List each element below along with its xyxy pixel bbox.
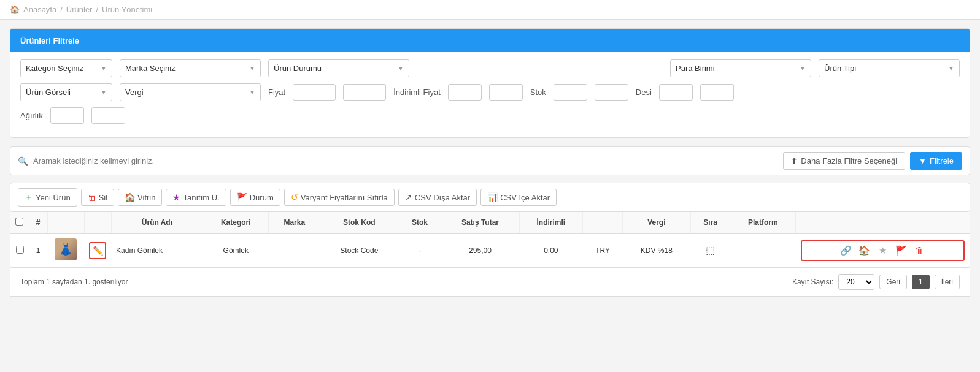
- tanitim-button[interactable]: ★ Tanıtım Ü.: [166, 189, 226, 206]
- row-checkbox[interactable]: [16, 246, 24, 254]
- kayit-select[interactable]: 20 50 100: [838, 274, 874, 290]
- th-indirimli: İndirimli: [519, 212, 583, 233]
- prev-page-button[interactable]: Geri: [879, 275, 907, 289]
- row-stok: -: [398, 233, 441, 267]
- table-header-row: # Ürün Adı Kategori Marka Stok Kod Stok …: [10, 212, 970, 233]
- row-indirimli: 0,00: [519, 233, 583, 267]
- breadcrumb-sep2: /: [96, 5, 98, 14]
- home-icon: 🏠: [125, 192, 135, 202]
- desi-max-input[interactable]: [700, 84, 734, 101]
- desi-min-input[interactable]: [659, 84, 693, 101]
- refresh-icon: ↺: [291, 192, 298, 202]
- th-marka: Marka: [269, 212, 320, 233]
- chevron-down-icon: ▼: [800, 65, 806, 72]
- flag-action-button[interactable]: 🚩: [893, 243, 909, 259]
- link-button[interactable]: 🔗: [838, 243, 854, 259]
- row-img-cell: 👗: [47, 233, 84, 267]
- search-bar: 🔍 ⬆ Daha Fazla Filtre Seçeneği ▼ Filtrel…: [10, 146, 970, 175]
- search-input[interactable]: [33, 156, 778, 165]
- th-platform: Platform: [730, 212, 796, 233]
- th-satis-tutar: Satış Tutar: [441, 212, 519, 233]
- product-image: 👗: [55, 238, 77, 260]
- durum-button[interactable]: 🚩 Durum: [230, 189, 280, 206]
- page-1-button[interactable]: 1: [912, 275, 930, 289]
- row-vergi: KDV %18: [622, 233, 690, 267]
- product-table-wrap: # Ürün Adı Kategori Marka Stok Kod Stok …: [10, 212, 970, 268]
- th-currency: [583, 212, 623, 233]
- delete-button[interactable]: 🗑 Sil: [81, 189, 114, 206]
- edit-button[interactable]: ✏️: [89, 242, 106, 259]
- home-icon: 🏠: [10, 5, 20, 14]
- indirimli-max-input[interactable]: [489, 84, 523, 101]
- th-actions: [796, 212, 970, 233]
- trash-action-button[interactable]: 🗑: [911, 243, 927, 259]
- agirlik-max-input[interactable]: [91, 107, 125, 124]
- chevron-down-icon: ▼: [398, 65, 404, 72]
- next-page-button[interactable]: İleri: [935, 275, 960, 289]
- desi-label: Desi: [636, 88, 652, 97]
- stok-max-input[interactable]: [595, 84, 628, 101]
- fiyat-min-input[interactable]: [293, 84, 336, 101]
- action-icons-group: 🔗 🏠 ★ 🚩 🗑: [801, 240, 965, 261]
- search-actions: ⬆ Daha Fazla Filtre Seçeneği ▼ Filtrele: [783, 152, 962, 170]
- chevron-down-icon: ▼: [101, 65, 107, 72]
- urun-gorseli-select[interactable]: Ürün Görseli ▼: [20, 83, 112, 101]
- marka-select[interactable]: Marka Seçiniz ▼: [120, 59, 261, 77]
- indirimli-min-input[interactable]: [448, 84, 482, 101]
- agirlik-label: Ağırlık: [20, 111, 43, 120]
- kategori-select[interactable]: Kategori Seçiniz ▼: [20, 59, 112, 77]
- row-sira: ⬚: [690, 233, 730, 267]
- vitrin-button[interactable]: 🏠 Vitrin: [118, 189, 162, 206]
- breadcrumb-sep1: /: [60, 5, 63, 14]
- stok-min-input[interactable]: [554, 84, 587, 101]
- filter-title: Ürünleri Filtrele: [20, 36, 79, 45]
- more-filter-button[interactable]: ⬆ Daha Fazla Filtre Seçeneği: [783, 152, 905, 170]
- trash-icon: 🗑: [88, 192, 96, 202]
- th-img: [47, 212, 84, 233]
- chevron-down-icon: ▼: [101, 89, 107, 96]
- row-kategori: Gömlek: [203, 233, 269, 267]
- row-product-name: Kadın Gömlek: [111, 233, 203, 267]
- filter-header: Ürünleri Filtrele: [10, 29, 970, 52]
- home-action-button[interactable]: 🏠: [856, 243, 872, 259]
- stok-label: Stok: [530, 88, 546, 97]
- filter-row-2: Ürün Görseli ▼ Vergi ▼ Fiyat İndirimli F…: [20, 83, 960, 101]
- csv-export-button[interactable]: ↗ CSV Dışa Aktar: [398, 189, 477, 206]
- breadcrumb-current: Ürün Yönetimi: [102, 5, 152, 14]
- pagination-controls: Kayıt Sayısı: 20 50 100 Geri 1 İleri: [792, 274, 960, 290]
- breadcrumb-home[interactable]: Anasayfa: [23, 5, 56, 14]
- plus-icon: ＋: [25, 192, 33, 203]
- breadcrumb-products[interactable]: Ürünler: [66, 5, 93, 14]
- product-table: # Ürün Adı Kategori Marka Stok Kod Stok …: [10, 212, 970, 267]
- fiyat-max-input[interactable]: [343, 84, 386, 101]
- pagination-info: Toplam 1 sayfadan 1. gösteriliyor: [20, 278, 128, 286]
- th-num: #: [29, 212, 47, 233]
- toolbar: ＋ Yeni Ürün 🗑 Sil 🏠 Vitrin ★ Tanıtım Ü. …: [10, 183, 970, 212]
- chevron-down-icon: ▼: [249, 89, 255, 96]
- th-kategori: Kategori: [203, 212, 269, 233]
- th-checkbox: [10, 212, 29, 233]
- select-all-checkbox[interactable]: [15, 218, 23, 226]
- new-product-button[interactable]: ＋ Yeni Ürün: [18, 188, 77, 207]
- export-icon: ↗: [405, 192, 412, 202]
- agirlik-min-input[interactable]: [50, 107, 84, 124]
- indirimli-fiyat-label: İndirimli Fiyat: [393, 88, 441, 97]
- csv-import-button[interactable]: 📊 CSV İçe Aktar: [480, 189, 557, 206]
- star-icon: ★: [172, 192, 180, 202]
- star-action-button[interactable]: ★: [874, 243, 890, 259]
- filter-button[interactable]: ▼ Filtrele: [910, 152, 962, 170]
- row-marka: [269, 233, 320, 267]
- kayit-sayisi-label: Kayıt Sayısı:: [792, 278, 833, 286]
- vergi-select[interactable]: Vergi ▼: [120, 83, 261, 101]
- varyant-button[interactable]: ↺ Varyant Fiyatlarını Sıfırla: [284, 189, 395, 206]
- row-platform: [730, 233, 796, 267]
- product-thumbnail: 👗: [55, 238, 77, 260]
- table-row: 1 👗 ✏️ Kadın Gömlek Gömlek Stock Code - …: [10, 233, 970, 267]
- urun-tipi-select[interactable]: Ürün Tipi ▼: [819, 59, 960, 77]
- urun-durumu-select[interactable]: Ürün Durumu ▼: [268, 59, 409, 77]
- th-sira: Sıra: [690, 212, 730, 233]
- th-stok: Stok: [398, 212, 441, 233]
- fiyat-label: Fiyat: [268, 88, 285, 97]
- import-icon: 📊: [487, 192, 498, 202]
- para-birimi-select[interactable]: Para Birimi ▼: [670, 59, 811, 77]
